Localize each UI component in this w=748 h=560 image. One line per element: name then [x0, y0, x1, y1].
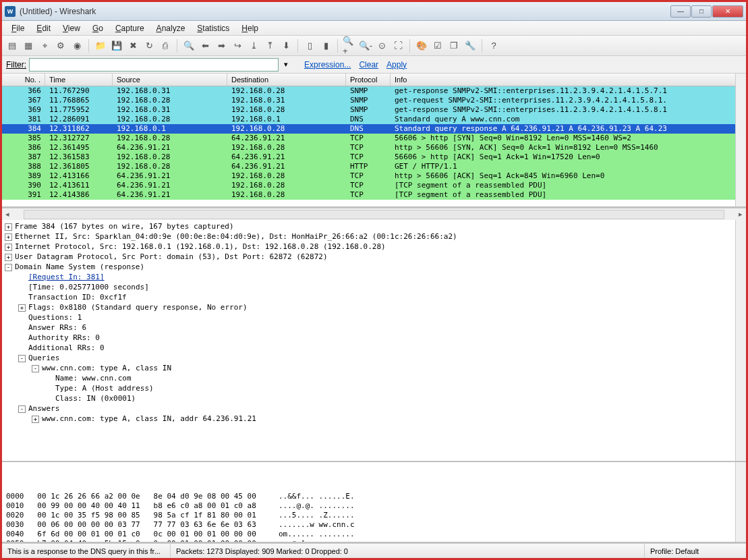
toolbar-play-icon[interactable]: ↪ [230, 38, 245, 53]
toolbar-dnld-icon[interactable]: ⬇ [279, 38, 293, 53]
tree-node[interactable]: [Time: 0.025771000 seconds] [5, 282, 743, 292]
maximize-button[interactable]: □ [691, 5, 712, 18]
menu-analyze[interactable]: Analyze [151, 22, 191, 34]
packet-row[interactable]: 38412.311862192.168.0.1192.168.0.28DNSSt… [2, 124, 746, 134]
apply-link[interactable]: Apply [384, 60, 409, 69]
packet-list-hscroll[interactable]: ◂ ▸ [2, 208, 746, 220]
toolbar-resize-icon[interactable]: ⛶ [391, 38, 405, 53]
tree-node[interactable]: +Frame 384 (167 bytes on wire, 167 bytes… [5, 221, 743, 231]
hex-line[interactable]: 0050 b7 00 04 40 ec 5b 15 c0 0c 00 01 00… [6, 539, 742, 543]
close-button[interactable]: ✕ [712, 5, 743, 18]
packet-row[interactable]: 36911.775952192.168.0.31192.168.0.28SNMP… [2, 105, 746, 115]
filter-dropdown-icon[interactable]: ▾ [281, 60, 291, 69]
col-source[interactable]: Source [113, 74, 227, 86]
toolbar-help-icon[interactable]: ? [486, 38, 501, 53]
tree-node[interactable]: +Flags: 0x8180 (Standard query response,… [5, 302, 743, 312]
tree-toggle-icon[interactable]: + [5, 223, 12, 231]
tree-node[interactable]: Questions: 1 [5, 312, 743, 323]
tree-node[interactable]: Authority RRs: 0 [5, 333, 743, 343]
toolbar-disk-icon[interactable]: ◉ [69, 38, 84, 53]
packet-row[interactable]: 36711.768865192.168.0.28192.168.0.31SNMP… [2, 96, 746, 105]
col-protocol[interactable]: Protocol [346, 74, 391, 86]
scroll-left-icon[interactable]: ◂ [2, 210, 13, 219]
tree-node[interactable]: [Request In: 381] [5, 272, 743, 282]
packet-bytes-pane[interactable]: 0000 00 1c 26 26 66 a2 00 0e 8e 04 d0 9e… [2, 462, 746, 543]
tree-node[interactable]: Additional RRs: 0 [5, 343, 743, 353]
hex-line[interactable]: 0000 00 1c 26 26 66 a2 00 0e 8e 04 d0 9e… [6, 492, 742, 501]
tree-node[interactable]: -Domain Name System (response) [5, 262, 743, 272]
menu-edit[interactable]: Edit [31, 22, 56, 34]
tree-node[interactable]: Transaction ID: 0xcf1f [5, 292, 743, 302]
toolbar-card-icon[interactable]: ▦ [21, 38, 36, 53]
toolbar-folder-icon[interactable]: 📁 [93, 38, 108, 53]
toolbar-layers-icon[interactable]: ❐ [447, 38, 461, 53]
toolbar-print-icon[interactable]: ⎙ [158, 38, 173, 53]
tree-node[interactable]: -Answers [5, 403, 743, 414]
hex-line[interactable]: 0030 00 06 00 00 00 00 03 77 77 77 03 63… [6, 520, 742, 530]
tree-node[interactable]: +www.cnn.com: type A, class IN, addr 64.… [5, 414, 743, 424]
toolbar-back-icon[interactable]: ⬅ [198, 38, 212, 53]
menu-go[interactable]: Go [87, 22, 109, 34]
col-time[interactable]: Time [45, 74, 113, 86]
tree-node[interactable]: +User Datagram Protocol, Src Port: domai… [5, 252, 743, 262]
menu-capture[interactable]: Capture [110, 22, 150, 34]
tree-toggle-icon[interactable]: - [32, 365, 39, 372]
clear-link[interactable]: Clear [356, 60, 381, 69]
toolbar-close-icon[interactable]: ✖ [125, 38, 140, 53]
toolbar-z1-icon[interactable]: ⊙ [374, 38, 389, 53]
packet-row[interactable]: 38112.286091192.168.0.28192.168.0.1DNSSt… [2, 115, 746, 124]
col-info[interactable]: Info [391, 74, 746, 86]
menu-statistics[interactable]: Statistics [192, 22, 235, 34]
toolbar-list-icon[interactable]: ▤ [5, 38, 20, 53]
toolbar-palette-icon[interactable]: 🎨 [414, 38, 429, 53]
col-destination[interactable]: Destination [227, 74, 346, 86]
tree-toggle-icon[interactable]: + [5, 233, 12, 241]
packet-row[interactable]: 38912.41316664.236.91.21192.168.0.28TCPh… [2, 171, 746, 181]
packet-row[interactable]: 38612.36149564.236.91.21192.168.0.28TCPh… [2, 143, 746, 152]
titlebar[interactable]: W (Untitled) - Wireshark — □ ✕ [2, 2, 746, 21]
toolbar-search-icon[interactable]: 🔍 [181, 38, 196, 53]
hex-vscroll[interactable] [735, 462, 746, 542]
toolbar-wifi-icon[interactable]: ⚙ [53, 38, 68, 53]
tree-node[interactable]: Class: IN (0x0001) [5, 393, 743, 403]
packet-details-pane[interactable]: +Frame 384 (167 bytes on wire, 167 bytes… [2, 220, 746, 462]
toolbar-zout-icon[interactable]: 🔍- [358, 38, 373, 53]
packet-row[interactable]: 36611.767290192.168.0.31192.168.0.28SNMP… [2, 86, 746, 96]
packet-list-vscroll[interactable] [735, 74, 746, 206]
toolbar-check-icon[interactable]: ☑ [430, 38, 445, 53]
tree-node[interactable]: -www.cnn.com: type A, class IN [5, 363, 743, 373]
tree-node[interactable]: +Ethernet II, Src: Sparklan_04:d0:9e (00… [5, 231, 743, 242]
menu-view[interactable]: View [57, 22, 86, 34]
tree-link[interactable]: [Request In: 381] [28, 273, 105, 281]
menu-help[interactable]: Help [236, 22, 264, 34]
tree-node[interactable]: Name: www.cnn.com [5, 373, 743, 383]
tree-toggle-icon[interactable]: - [5, 264, 12, 271]
packet-row[interactable]: 38712.361583192.168.0.2864.236.91.21TCP5… [2, 152, 746, 162]
tree-toggle-icon[interactable]: + [32, 416, 39, 423]
packet-row[interactable]: 39112.41438664.236.91.21192.168.0.28TCP[… [2, 190, 746, 200]
hex-line[interactable]: 0020 00 1c 00 35 f5 98 00 85 98 5a cf 1f… [6, 511, 742, 520]
toolbar-col2-icon[interactable]: ▮ [318, 38, 333, 53]
menu-file[interactable]: File [6, 22, 30, 34]
toolbar-zin-icon[interactable]: 🔍+ [342, 38, 357, 53]
hex-line[interactable]: 0040 6f 6d 00 00 01 00 01 c0 0c 00 01 00… [6, 530, 742, 539]
packet-row[interactable]: 39012.41361164.236.91.21192.168.0.28TCP[… [2, 181, 746, 190]
toolbar-wrench-icon[interactable]: 🔧 [463, 38, 478, 53]
col-no[interactable]: No. . [2, 74, 45, 86]
toolbar-save-icon[interactable]: 💾 [109, 38, 124, 53]
expression-link[interactable]: Expression... [301, 60, 353, 69]
toolbar-col1-icon[interactable]: ▯ [302, 38, 317, 53]
tree-toggle-icon[interactable]: + [5, 244, 12, 251]
toolbar-reload-icon[interactable]: ↻ [142, 38, 156, 53]
details-vscroll[interactable] [735, 220, 746, 461]
tree-node[interactable]: Type: A (Host address) [5, 383, 743, 393]
packet-list-header[interactable]: No. . Time Source Destination Protocol I… [2, 74, 746, 86]
tree-node[interactable]: Answer RRs: 6 [5, 323, 743, 333]
toolbar-up-icon[interactable]: ⤒ [262, 38, 277, 53]
tree-toggle-icon[interactable]: - [18, 355, 26, 362]
filter-input[interactable] [29, 58, 279, 72]
packet-row[interactable]: 38812.361805192.168.0.2864.236.91.21HTTP… [2, 162, 746, 171]
tree-toggle-icon[interactable]: - [18, 405, 26, 413]
tree-toggle-icon[interactable]: + [18, 304, 26, 312]
packet-row[interactable]: 38512.312727192.168.0.2864.236.91.21TCP5… [2, 134, 746, 143]
